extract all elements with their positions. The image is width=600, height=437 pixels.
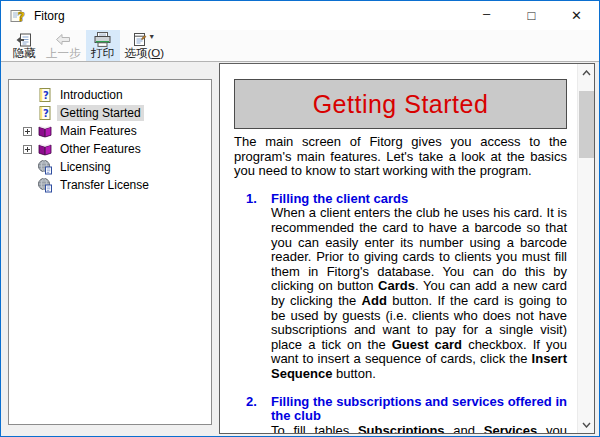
dropdown-caret-icon: ▼ xyxy=(148,33,155,40)
toc-item-label: Introduction xyxy=(57,87,126,103)
printer-icon xyxy=(94,32,111,47)
section-1: 1. Filling the client cards When a clien… xyxy=(234,192,567,382)
section-number: 2. xyxy=(246,395,260,434)
scroll-down-icon[interactable] xyxy=(578,416,595,433)
toc-item-label: Licensing xyxy=(57,159,114,175)
toc-item-label: Transfer License xyxy=(57,177,152,193)
window-title: Fitorg xyxy=(34,9,464,23)
intro-paragraph: The main screen of Fitorg gives you acce… xyxy=(234,135,567,179)
book-icon xyxy=(37,141,53,157)
section-2: 2. Filling the subscriptions and service… xyxy=(234,395,567,434)
options-button[interactable]: ▼ 选项(O) xyxy=(120,30,170,61)
back-button-label: 上一步 xyxy=(46,47,81,60)
toc-item-label-selected: Getting Started xyxy=(57,105,144,121)
help-file-icon: ? xyxy=(10,8,26,24)
toc-item-main-features[interactable]: Main Features xyxy=(9,122,211,140)
toolbar: 隐藏 上一步 打印 xyxy=(1,30,599,62)
globe-page-icon xyxy=(37,177,53,193)
toc-item-transfer-license[interactable]: Transfer License xyxy=(9,176,211,194)
plus-expander-icon[interactable] xyxy=(23,145,32,154)
section-text: When a client enters the club he uses hi… xyxy=(271,206,567,381)
plus-expander-icon[interactable] xyxy=(23,127,32,136)
content-scrollbar[interactable] xyxy=(577,64,594,433)
topic-body: Getting Started The main screen of Fitor… xyxy=(220,64,577,433)
topic-content-pane: Getting Started The main screen of Fitor… xyxy=(219,63,595,434)
section-number: 1. xyxy=(246,192,260,382)
options-page-icon xyxy=(133,32,147,47)
minimize-button[interactable]: – xyxy=(464,1,509,30)
help-viewer-window: ? Fitorg – □ ✕ 隐藏 xyxy=(0,0,600,437)
close-button[interactable]: ✕ xyxy=(554,1,599,30)
globe-page-icon xyxy=(37,159,53,175)
topic-title: Getting Started xyxy=(313,90,489,119)
toc-item-getting-started[interactable]: ? Getting Started xyxy=(9,104,211,122)
toc-item-licensing[interactable]: Licensing xyxy=(9,158,211,176)
maximize-button[interactable]: □ xyxy=(509,1,554,30)
book-icon xyxy=(37,123,53,139)
toc-item-introduction[interactable]: ? Introduction xyxy=(9,86,211,104)
section-heading: Filling the client cards xyxy=(271,192,567,207)
toc-item-label: Other Features xyxy=(57,141,144,157)
titlebar: ? Fitorg – □ ✕ xyxy=(1,1,599,30)
hide-button[interactable]: 隐藏 xyxy=(7,30,41,61)
options-button-label: 选项(O) xyxy=(125,47,165,60)
main-area: ? Introduction ? Getting Started xyxy=(1,62,599,436)
svg-text:?: ? xyxy=(43,108,49,119)
svg-text:?: ? xyxy=(18,9,25,23)
toc-item-other-features[interactable]: Other Features xyxy=(9,140,211,158)
topic-header: Getting Started xyxy=(234,79,567,129)
hide-button-label: 隐藏 xyxy=(13,47,36,60)
toc-item-label: Main Features xyxy=(57,123,140,139)
section-heading: Filling the subscriptions and services o… xyxy=(271,395,567,424)
scroll-up-icon[interactable] xyxy=(578,64,595,81)
back-button[interactable]: 上一步 xyxy=(41,30,86,61)
scrollbar-thumb[interactable] xyxy=(579,91,594,158)
help-page-icon: ? xyxy=(37,87,53,103)
back-arrow-icon xyxy=(55,32,71,47)
svg-text:?: ? xyxy=(43,90,49,101)
section-text: To fill tables Subscriptions and Service… xyxy=(271,424,567,433)
toc-pane: ? Introduction ? Getting Started xyxy=(8,79,212,425)
pane-splitter[interactable] xyxy=(212,79,219,425)
print-button-label: 打印 xyxy=(91,47,114,60)
hide-panel-icon xyxy=(16,32,32,47)
print-button[interactable]: 打印 xyxy=(86,30,120,61)
help-page-icon: ? xyxy=(37,105,53,121)
